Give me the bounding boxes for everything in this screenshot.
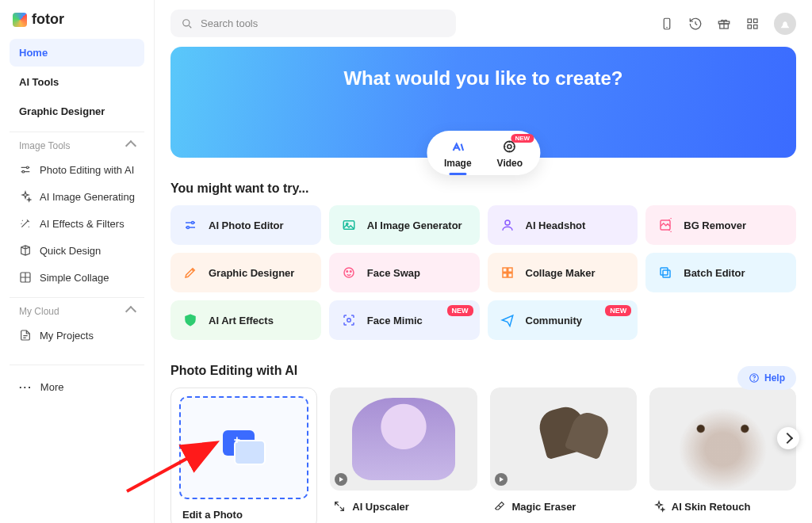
edit-card-ai-upscaler[interactable]: AI Upscaler: [330, 387, 477, 523]
svg-point-17: [505, 220, 510, 225]
new-badge: NEW: [511, 134, 534, 143]
section-head-image-tools[interactable]: Image Tools: [10, 132, 144, 156]
mobile-icon[interactable]: [660, 17, 674, 31]
scan-icon: [340, 311, 358, 329]
file-icon: [19, 329, 32, 342]
try-card-ai-image-generator[interactable]: AI Image Generator: [329, 205, 480, 245]
svg-rect-10: [754, 25, 758, 29]
sidebar-more[interactable]: ··· More: [10, 365, 144, 400]
svg-point-1: [22, 170, 25, 173]
svg-rect-25: [508, 273, 511, 277]
thumbnail: [649, 387, 796, 491]
try-card-batch-editor[interactable]: Batch Editor: [645, 253, 796, 292]
apps-icon[interactable]: [745, 17, 760, 31]
topbar: Search tools: [155, 0, 812, 47]
dots-icon: ···: [19, 381, 33, 393]
editing-section-title: Photo Editing with AI: [170, 364, 796, 378]
help-button[interactable]: Help: [737, 366, 796, 390]
thumbnail: [490, 387, 637, 491]
svg-point-0: [26, 166, 29, 169]
nav-graphic-designer[interactable]: Graphic Designer: [10, 97, 144, 125]
search-icon: [182, 18, 193, 29]
hero-tabs: ImageVideoNEW: [427, 131, 540, 175]
svg-point-14: [187, 227, 190, 229]
svg-point-30: [754, 380, 755, 381]
svg-rect-8: [754, 19, 758, 23]
edit-card-magic-eraser[interactable]: Magic Eraser: [490, 387, 637, 523]
try-section-title: You might want to try...: [170, 181, 796, 196]
sidebar-item-ai-image-generating[interactable]: AI Image Generating: [10, 183, 144, 210]
svg-rect-23: [508, 268, 511, 272]
section-head-my-cloud[interactable]: My Cloud: [10, 297, 144, 322]
logo-icon: [13, 13, 27, 27]
svg-point-13: [192, 222, 194, 224]
upload-icon: +: [223, 430, 266, 465]
person-icon: [499, 216, 516, 234]
help-label: Help: [764, 372, 785, 384]
svg-point-20: [347, 271, 348, 273]
hero-banner: What would you like to create? ImageVide…: [170, 47, 796, 158]
try-card-community[interactable]: CommunityNEW: [488, 300, 638, 340]
hero-tab-video[interactable]: VideoNEW: [497, 139, 523, 169]
svg-rect-24: [503, 273, 507, 277]
try-card-ai-headshot[interactable]: AI Headshot: [488, 205, 638, 245]
logo[interactable]: fotor: [10, 11, 144, 28]
avatar[interactable]: [774, 13, 796, 35]
main: Search tools What would you like to crea…: [155, 0, 812, 523]
sidebar-item-ai-effects-&-filters[interactable]: AI Effects & Filters: [10, 210, 144, 237]
sliders-icon: [182, 216, 199, 234]
upload-dropzone[interactable]: +: [179, 396, 308, 499]
try-card-ai-art-effects[interactable]: AI Art Effects: [170, 300, 321, 340]
try-card-face-swap[interactable]: Face Swap: [329, 253, 480, 292]
svg-rect-22: [503, 268, 507, 272]
image-icon: [450, 139, 465, 155]
hero-tab-image[interactable]: Image: [444, 139, 472, 169]
try-card-collage-maker[interactable]: Collage Maker: [488, 253, 638, 292]
svg-rect-26: [661, 268, 668, 275]
svg-point-21: [350, 271, 351, 273]
svg-rect-27: [663, 270, 670, 277]
edit-card-edit-a-photo[interactable]: +Edit a Photo: [170, 387, 317, 523]
grid-icon: [499, 264, 516, 281]
wand-icon: [19, 217, 32, 230]
chevron-up-icon: [125, 306, 136, 317]
expand-icon: [333, 500, 346, 513]
try-card-bg-remover[interactable]: BG Remover: [645, 205, 796, 245]
play-icon: [335, 473, 347, 486]
thumbnail: [330, 387, 477, 491]
hero-title: What would you like to create?: [186, 67, 780, 90]
new-badge: NEW: [447, 305, 473, 316]
sliders-icon: [19, 163, 32, 176]
sidebar-item-quick-design[interactable]: Quick Design: [10, 237, 144, 264]
eraser-icon: [493, 500, 506, 513]
svg-point-12: [508, 145, 511, 149]
history-icon[interactable]: [688, 17, 703, 31]
carousel-next-button[interactable]: [777, 427, 799, 449]
svg-point-11: [504, 141, 515, 151]
sparkle-icon: [19, 190, 32, 203]
try-card-face-mimic[interactable]: Face MimicNEW: [329, 300, 480, 340]
collage-icon: [19, 271, 32, 284]
face-icon: [340, 264, 358, 281]
sidebar-item-photo-editing-with-ai[interactable]: Photo Editing with AI: [10, 156, 144, 183]
sparkle-icon: [653, 500, 665, 513]
editing-grid: +Edit a PhotoAI UpscalerMagic EraserAI S…: [170, 387, 796, 523]
try-card-ai-photo-editor[interactable]: AI Photo Editor: [170, 205, 321, 245]
new-badge: NEW: [605, 305, 631, 316]
sidebar-item-simple-collage[interactable]: Simple Collage: [10, 264, 144, 291]
gift-icon[interactable]: [717, 17, 731, 31]
cut-icon: [657, 216, 674, 234]
chevron-up-icon: [125, 140, 136, 151]
design-icon: [19, 244, 32, 257]
nav-ai-tools[interactable]: AI Tools: [10, 68, 144, 96]
pencil-icon: [182, 264, 199, 281]
search-input[interactable]: Search tools: [170, 10, 456, 37]
sidebar-item-my-projects[interactable]: My Projects: [10, 322, 144, 349]
edit-card-ai-skin-retouch[interactable]: AI Skin Retouch: [649, 387, 796, 523]
layers-icon: [657, 264, 674, 281]
play-icon: [495, 473, 508, 486]
nav-home[interactable]: Home: [10, 39, 144, 67]
send-icon: [499, 311, 516, 329]
more-label: More: [40, 381, 64, 393]
try-card-graphic-designer[interactable]: Graphic Designer: [170, 253, 321, 292]
